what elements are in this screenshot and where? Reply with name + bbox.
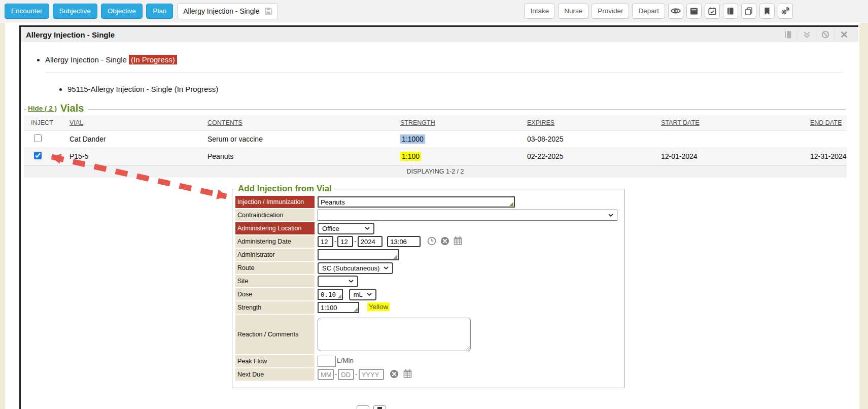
route-label: Route xyxy=(235,262,315,274)
status-list-item: Allergy Injection - Single (In Progress) xyxy=(45,55,858,64)
contraindication-select[interactable] xyxy=(318,210,617,221)
column-header-expires[interactable]: EXPIRES xyxy=(520,115,654,130)
top-toolbar: Encounter Subjective Objective Plan Alle… xyxy=(0,0,868,22)
book-icon xyxy=(726,7,735,15)
strength-highlight: 1:100 xyxy=(400,152,421,161)
vial-cell: Cat Dander xyxy=(62,130,200,148)
collapse-chevrons-icon[interactable] xyxy=(797,31,816,39)
chevron-down-icon xyxy=(608,214,613,217)
peak-flow-input[interactable] xyxy=(318,356,336,367)
nurse-button[interactable]: Nurse xyxy=(558,4,588,19)
document-tab[interactable]: Allergy Injection - Single xyxy=(178,3,278,19)
next-due-month-input[interactable] xyxy=(318,369,334,380)
administering-location-value: Office xyxy=(322,225,339,232)
administering-location-select[interactable]: Office xyxy=(318,223,374,234)
administrator-label: Administrator xyxy=(235,249,315,261)
right-margin-strip xyxy=(859,23,868,409)
objective-button[interactable]: Objective xyxy=(101,4,143,19)
clear-date-icon[interactable] xyxy=(440,240,452,247)
archive-box-button[interactable] xyxy=(686,4,702,19)
column-header-vial[interactable]: VIAL xyxy=(62,115,200,130)
close-icon[interactable] xyxy=(835,31,853,38)
left-margin-strip xyxy=(0,23,5,409)
encounter-button[interactable]: Encounter xyxy=(5,4,49,19)
route-select[interactable]: SC (Subcutaneous) xyxy=(318,262,393,274)
strength-label: Strength xyxy=(235,301,315,314)
calendar-icon[interactable] xyxy=(403,372,412,380)
reaction-comments-label: Reaction / Comments xyxy=(235,315,315,354)
partial-bottom-button[interactable] xyxy=(373,405,386,409)
injection-immunization-input[interactable] xyxy=(318,196,515,208)
eye-button[interactable] xyxy=(668,4,683,19)
dose-unit-select[interactable]: mL xyxy=(349,289,376,300)
add-injection-form: Add Injection from Vial Injection / Immu… xyxy=(232,184,624,388)
book-button[interactable] xyxy=(723,4,738,19)
start-date-cell xyxy=(654,130,803,148)
administering-location-label: Administering Location xyxy=(235,222,315,234)
column-header-contents[interactable]: CONTENTS xyxy=(200,115,393,130)
dose-input[interactable] xyxy=(318,289,343,300)
settings-gears-icon xyxy=(781,7,790,15)
administering-date-month-input[interactable] xyxy=(318,236,333,247)
next-due-label: Next Due xyxy=(235,368,315,381)
copy-button[interactable] xyxy=(741,4,756,19)
save-icon[interactable] xyxy=(264,7,272,15)
column-header-start-date[interactable]: START DATE xyxy=(654,115,803,130)
administrator-input[interactable] xyxy=(318,249,399,260)
strength-input[interactable] xyxy=(318,302,359,313)
end-date-cell: 12-31-2024 xyxy=(803,148,847,165)
route-value: SC (Subcutaneous) xyxy=(322,264,379,272)
administering-date-label: Administering Date xyxy=(235,235,315,248)
settings-button[interactable] xyxy=(778,4,793,19)
panel-header: Allergy Injection - Single xyxy=(21,27,858,42)
site-select[interactable] xyxy=(318,276,358,287)
administering-date-day-input[interactable] xyxy=(337,236,353,247)
chevron-down-icon xyxy=(367,293,372,296)
column-header-end-date[interactable]: END DATE xyxy=(803,115,847,130)
contraindication-label: Contraindication xyxy=(235,209,315,221)
panel-book-icon[interactable] xyxy=(779,30,797,39)
strength-color-note: Yellow xyxy=(367,302,390,311)
chevron-down-icon xyxy=(384,266,389,269)
page-title: Allergy Injection - Single xyxy=(26,30,115,39)
column-header-strength[interactable]: STRENGTH xyxy=(393,115,520,130)
partial-bottom-button[interactable] xyxy=(357,405,369,409)
expires-cell: 03-08-2025 xyxy=(520,130,654,148)
divider xyxy=(88,109,846,110)
start-date-cell: 12-01-2024 xyxy=(654,148,803,165)
vials-legend: Hide ( 2 ) Vials xyxy=(24,103,847,114)
chevron-down-icon xyxy=(349,280,354,283)
next-due-year-input[interactable] xyxy=(359,369,384,380)
form-section-title: Add Injection from Vial xyxy=(235,184,334,194)
vials-section-title: Vials xyxy=(60,103,84,114)
intake-button[interactable]: Intake xyxy=(524,4,555,19)
vial-cell: P15-5 xyxy=(62,148,200,165)
next-due-day-input[interactable] xyxy=(338,369,354,380)
panel-header-icons xyxy=(779,30,853,39)
peak-flow-unit: L/Min xyxy=(337,357,354,364)
clear-date-icon[interactable] xyxy=(390,372,401,380)
dose-unit-value: mL xyxy=(354,291,363,298)
disable-icon[interactable] xyxy=(816,30,835,39)
depart-button[interactable]: Depart xyxy=(632,4,665,19)
administering-date-year-input[interactable] xyxy=(358,236,383,247)
inject-checkbox[interactable] xyxy=(34,134,42,142)
archive-box-icon xyxy=(690,7,698,15)
peak-flow-label: Peak Flow xyxy=(235,355,315,367)
toolbar-right-group: Intake Nurse Provider Depart xyxy=(524,4,793,19)
bookmark-button[interactable] xyxy=(759,4,775,19)
column-header-inject: INJECT xyxy=(24,115,62,130)
calendar-check-icon xyxy=(708,7,716,15)
hide-vials-link[interactable]: Hide ( 2 ) xyxy=(28,105,57,112)
table-paging-status: DISPLAYING 1-2 / 2 xyxy=(24,165,847,178)
calendar-check-button[interactable] xyxy=(705,4,720,19)
administering-time-input[interactable] xyxy=(387,236,421,247)
provider-button[interactable]: Provider xyxy=(592,4,629,19)
subjective-button[interactable]: Subjective xyxy=(53,4,97,19)
button-glyph xyxy=(377,407,382,409)
clock-icon[interactable] xyxy=(427,240,438,247)
calendar-icon[interactable] xyxy=(453,240,463,247)
reaction-comments-textarea[interactable] xyxy=(318,318,471,351)
plan-button[interactable]: Plan xyxy=(146,4,173,19)
inject-checkbox[interactable] xyxy=(34,152,42,159)
